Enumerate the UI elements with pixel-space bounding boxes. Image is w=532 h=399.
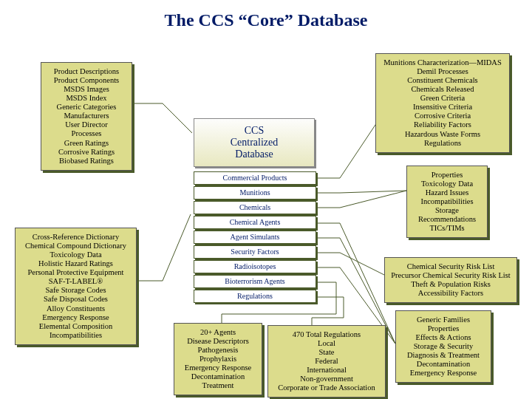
box-security: Chemical Security Risk ListPrecursor Che… xyxy=(384,257,517,303)
slot-radioisotopes: Radioisotopes xyxy=(194,260,316,273)
box-agents: 20+ AgentsDisease DescriptorsPathogenesi… xyxy=(174,323,262,395)
slot-chemical-agents: Chemical Agents xyxy=(194,216,316,229)
slot-agent-simulants: Agent Simulants xyxy=(194,231,316,244)
slot-munitions: Munitions xyxy=(194,186,316,200)
slot-security-factors: Security Factors xyxy=(194,245,316,259)
page-title: The CCS “Core” Database xyxy=(0,10,532,30)
box-regulations: 470 Total RegulationsLocalStateFederalIn… xyxy=(267,325,386,398)
box-crossref: Cross-Reference DictionaryChemical Compo… xyxy=(15,228,137,345)
box-generic-families: Generic FamiliesPropertiesEffects & Acti… xyxy=(395,310,491,383)
central-database: CCSCentralizedDatabase xyxy=(194,118,315,167)
box-munitions: Munitions Characterization—MIDASDemil Pr… xyxy=(375,53,510,153)
slot-bioterrorism-agents: Bioterrorism Agents xyxy=(194,275,316,288)
slot-commercial-products: Commercial Products xyxy=(194,171,316,185)
box-product: Product DescriptionsProduct ComponentsMS… xyxy=(41,62,132,171)
slot-chemicals: Chemicals xyxy=(194,201,316,214)
slot-regulations: Regulations xyxy=(194,290,316,303)
box-properties: PropertiesToxicology DataHazard IssuesIn… xyxy=(406,166,488,238)
